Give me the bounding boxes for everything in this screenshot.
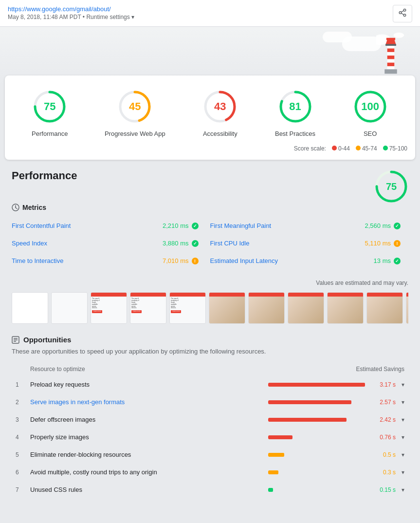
opp-value: 0.5 s [374,451,396,458]
metric-row: Speed Index 3,880 ms ✓ [12,235,210,252]
score-label-seo: SEO [364,130,377,137]
svg-rect-14 [385,44,396,46]
opp-bar-container [268,435,370,439]
opp-value: 3.17 s [374,381,396,388]
metric-name[interactable]: First Meaningful Paint [210,222,272,229]
score-scale: Score scale: 0-44 45-74 75-100 [13,145,407,152]
metric-row: Time to Interactive 7,010 ms ! [12,252,210,270]
opportunity-row[interactable]: 1 Preload key requests 3.17 s ▾ [12,375,408,393]
filmstrip: The ease &simplicity ofGmail,availableac… [12,292,408,324]
svg-rect-11 [387,63,395,66]
opp-number: 1 [16,381,30,388]
share-button[interactable] [393,5,412,22]
svg-rect-13 [386,38,395,40]
opp-value: 2.42 s [374,416,396,423]
opp-bar [268,470,278,474]
opp-bar-container [268,453,370,457]
opp-number: 6 [16,469,30,476]
opportunities-icon [12,336,19,344]
score-label-pwa: Progressive Web App [105,130,165,137]
main-content: Performance 75 Metrics First Contentful … [0,160,420,508]
opportunity-row[interactable]: 2 Serve images in next-gen formats 2.57 … [12,393,408,411]
score-circle-best-practices: 81 [276,87,315,126]
chevron-down-icon: ▾ [402,469,404,476]
opp-name: Eliminate render-blocking resources [30,451,268,458]
metric-name[interactable]: Estimated Input Latency [210,257,278,264]
metrics-header: Metrics [12,204,408,211]
svg-rect-15 [384,69,397,74]
score-item-seo[interactable]: 100 SEO [351,87,390,137]
opp-bar-container [268,470,370,474]
scores-card: 75 Performance 45 Progressive Web App 43… [5,75,415,160]
metric-status-dot: ✓ [192,240,199,247]
chevron-down-icon: ▾ [402,416,404,423]
metric-name[interactable]: Time to Interactive [12,257,63,264]
chevron-down-icon: ▾ [402,486,404,493]
opp-savings: 0.15 s ▾ [268,486,404,493]
opp-savings: 0.3 s ▾ [268,469,404,476]
url-link[interactable]: https://www.google.com/gmail/about/ [8,5,111,13]
score-circle-pwa: 45 [115,87,154,126]
opp-bar [268,418,347,422]
col-resource-header: Resource to optimize [30,366,268,373]
metric-value: 7,010 ms ! [163,257,198,264]
cloud-decoration-2 [323,32,352,42]
svg-point-2 [403,14,406,17]
opp-bar [268,435,292,439]
opp-name: Preload key requests [30,381,268,388]
opp-number: 5 [16,451,30,458]
filmstrip-frame [406,292,408,324]
metric-row: First Meaningful Paint 2,560 ms ✓ [210,217,409,235]
opp-savings: 3.17 s ▾ [268,381,404,388]
score-number-seo: 100 [361,100,379,113]
opp-name[interactable]: Serve images in next-gen formats [30,398,268,406]
opp-bar-container [268,400,370,404]
metrics-section: Metrics First Contentful Paint 2,210 ms … [12,204,408,270]
opportunities-title: Opportunities [23,336,71,344]
score-item-best-practices[interactable]: 81 Best Practices [275,87,315,137]
svg-point-7 [393,33,404,38]
metric-row: First CPU Idle 5,110 ms ! [210,235,409,252]
metric-name[interactable]: Speed Index [12,240,47,247]
metrics-label: Metrics [22,204,46,211]
opportunity-row[interactable]: 7 Unused CSS rules 0.15 s ▾ [12,481,408,498]
metric-status-dot: ! [394,240,401,247]
score-item-performance[interactable]: 75 Performance [30,87,69,137]
opp-value: 0.15 s [374,486,396,493]
opportunity-row[interactable]: 5 Eliminate render-blocking resources 0.… [12,446,408,463]
metric-name[interactable]: First CPU Idle [210,240,250,247]
opp-savings: 0.76 s ▾ [268,434,404,441]
opportunity-row[interactable]: 3 Defer offscreen images 2.42 s ▾ [12,411,408,428]
score-circle-seo: 100 [351,87,390,126]
col-savings-header: Estimated Savings [268,366,404,373]
opportunities-description: These are opportunities to speed up your… [12,348,408,355]
filmstrip-frame [209,292,245,324]
opp-value: 0.3 s [374,469,396,476]
svg-line-30 [16,208,17,209]
meta-info: May 8, 2018, 11:48 AM PDT • Runtime sett… [8,14,134,20]
score-circle-accessibility: 43 [201,87,239,126]
svg-rect-9 [387,49,395,52]
score-item-pwa[interactable]: 45 Progressive Web App [105,87,165,137]
svg-line-4 [401,11,403,12]
filmstrip-frame: The ease &simplicity ofGmail,availableac… [169,292,206,324]
opp-name: Avoid multiple, costly round trips to an… [30,468,268,476]
metric-value: 13 ms ✓ [374,257,401,264]
opp-bar [268,400,351,404]
metric-row: First Contentful Paint 2,210 ms ✓ [12,217,210,235]
metric-status-dot: ✓ [394,223,401,229]
opp-bar [268,488,273,492]
opp-savings: 2.42 s ▾ [268,416,404,423]
opportunity-row[interactable]: 4 Properly size images 0.76 s ▾ [12,428,408,446]
opp-savings: 2.57 s ▾ [268,399,404,406]
metric-value: 3,880 ms ✓ [163,240,198,247]
opportunity-row[interactable]: 6 Avoid multiple, costly round trips to … [12,463,408,481]
score-scale-label: Score scale: [294,145,326,152]
metric-name[interactable]: First Contentful Paint [12,222,71,229]
scale-orange: 45-74 [356,145,377,152]
opportunities-section: Opportunities These are opportunities to… [12,336,408,498]
metric-row: Estimated Input Latency 13 ms ✓ [210,252,409,270]
score-item-accessibility[interactable]: 43 Accessibility [201,87,239,137]
filmstrip-frame [51,292,88,324]
score-number-pwa: 45 [129,100,141,113]
